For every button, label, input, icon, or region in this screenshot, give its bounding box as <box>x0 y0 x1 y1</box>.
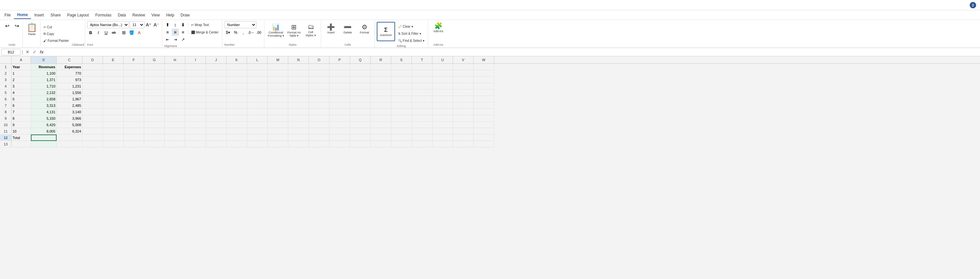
cell[interactable] <box>288 115 309 122</box>
strikethrough-button[interactable]: ab <box>110 29 118 36</box>
cell[interactable] <box>103 115 124 122</box>
cell[interactable] <box>103 109 124 115</box>
col-header-g[interactable]: G <box>144 56 165 64</box>
cell[interactable] <box>288 83 309 89</box>
col-header-v[interactable]: V <box>453 56 474 64</box>
cell[interactable] <box>103 141 124 147</box>
cell[interactable] <box>82 128 103 134</box>
cell[interactable]: 4 <box>11 89 31 96</box>
cell[interactable] <box>433 102 453 109</box>
menu-view[interactable]: View <box>148 11 163 19</box>
cell[interactable] <box>82 102 103 109</box>
cell[interactable] <box>288 89 309 96</box>
cell[interactable] <box>165 70 185 77</box>
col-header-i[interactable]: I <box>185 56 206 64</box>
cell[interactable] <box>371 77 391 83</box>
col-header-l[interactable]: L <box>247 56 268 64</box>
cell[interactable]: 973 <box>57 77 82 83</box>
cell[interactable] <box>226 115 247 122</box>
cell[interactable] <box>226 83 247 89</box>
cell[interactable] <box>165 77 185 83</box>
cell[interactable]: 2 <box>11 77 31 83</box>
name-box[interactable] <box>1 49 21 55</box>
cell[interactable] <box>82 122 103 128</box>
cell[interactable]: 6,324 <box>57 128 82 134</box>
cell[interactable] <box>206 115 226 122</box>
cell[interactable] <box>329 64 350 70</box>
decimal-increase-button[interactable]: .00 <box>255 29 262 36</box>
insert-button[interactable]: ➕ Insert <box>323 22 339 43</box>
cell[interactable] <box>206 134 226 141</box>
cell[interactable] <box>247 141 268 147</box>
cell[interactable] <box>309 77 329 83</box>
cell[interactable]: Total <box>11 134 31 141</box>
cell[interactable] <box>309 89 329 96</box>
col-header-f[interactable]: F <box>124 56 144 64</box>
decimal-decrease-button[interactable]: .0→ <box>247 29 255 36</box>
cell[interactable] <box>268 83 288 89</box>
percent-button[interactable]: % <box>232 29 239 36</box>
cell[interactable] <box>453 141 474 147</box>
cell[interactable] <box>288 134 309 141</box>
cell[interactable] <box>144 102 165 109</box>
col-header-r[interactable]: R <box>371 56 391 64</box>
cell[interactable] <box>268 64 288 70</box>
cell[interactable] <box>371 89 391 96</box>
cell[interactable] <box>144 122 165 128</box>
cell[interactable] <box>309 128 329 134</box>
cell[interactable] <box>412 77 433 83</box>
cell[interactable] <box>185 70 206 77</box>
cell[interactable] <box>103 77 124 83</box>
cell[interactable] <box>226 109 247 115</box>
menu-help[interactable]: Help <box>163 11 178 19</box>
cell[interactable] <box>144 70 165 77</box>
cell[interactable] <box>453 64 474 70</box>
cell[interactable] <box>433 122 453 128</box>
cell[interactable] <box>247 89 268 96</box>
cell[interactable] <box>391 134 412 141</box>
cell[interactable]: Expenses <box>57 64 82 70</box>
cell[interactable] <box>371 70 391 77</box>
col-header-h[interactable]: H <box>165 56 185 64</box>
cell[interactable] <box>144 64 165 70</box>
cell[interactable] <box>268 77 288 83</box>
menu-home[interactable]: Home <box>14 11 31 19</box>
menu-draw[interactable]: Draw <box>177 11 193 19</box>
cell[interactable]: 1,231 <box>57 83 82 89</box>
cell[interactable] <box>185 141 206 147</box>
cell[interactable] <box>82 83 103 89</box>
cell[interactable]: 2,485 <box>57 102 82 109</box>
cell[interactable] <box>247 77 268 83</box>
cell[interactable] <box>412 83 433 89</box>
cell[interactable]: 1 <box>11 70 31 77</box>
format-painter-button[interactable]: 🖌 Format Painter <box>42 37 70 44</box>
cell[interactable] <box>124 109 144 115</box>
cell[interactable]: 1,371 <box>31 77 57 83</box>
cell[interactable] <box>412 89 433 96</box>
cell[interactable] <box>391 70 412 77</box>
cell[interactable] <box>82 115 103 122</box>
cell[interactable] <box>453 102 474 109</box>
cell[interactable] <box>474 96 494 102</box>
cell[interactable] <box>329 128 350 134</box>
cell[interactable] <box>350 109 371 115</box>
cell[interactable] <box>391 89 412 96</box>
copy-button[interactable]: ⧉ Copy <box>42 30 70 37</box>
cell[interactable] <box>206 141 226 147</box>
addins-button[interactable]: 🧩 Add-ins <box>430 21 446 41</box>
cell[interactable] <box>185 96 206 102</box>
cell[interactable] <box>391 83 412 89</box>
col-header-d[interactable]: D <box>82 56 103 64</box>
cell[interactable] <box>165 134 185 141</box>
cell[interactable]: 770 <box>57 70 82 77</box>
cell[interactable] <box>288 141 309 147</box>
cell[interactable] <box>453 89 474 96</box>
cell[interactable] <box>226 122 247 128</box>
cell[interactable] <box>391 102 412 109</box>
cell[interactable] <box>185 128 206 134</box>
borders-button[interactable]: ⊞ <box>120 29 127 36</box>
cell[interactable] <box>391 115 412 122</box>
cell[interactable] <box>247 122 268 128</box>
row-number[interactable]: 8 <box>0 109 11 115</box>
cell[interactable] <box>474 115 494 122</box>
